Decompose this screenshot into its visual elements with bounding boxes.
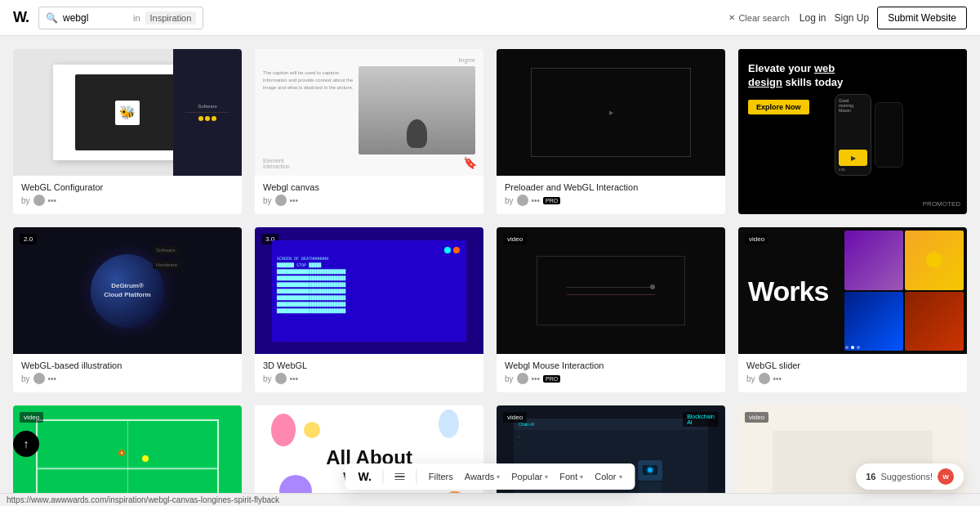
url-text: https://www.awwwards.com/inspiration/web… (7, 495, 279, 504)
submit-website-button[interactable]: Submit Website (877, 7, 967, 29)
search-bar: 🔍 in Inspiration (38, 7, 203, 29)
card-title: WebGL-based illustration (21, 360, 234, 370)
card-title: Webgl Mouse Interaction (505, 360, 717, 370)
font-filter-button[interactable]: Font ▾ (559, 472, 583, 481)
scroll-to-top-button[interactable]: ↑ (13, 431, 39, 457)
avatar (517, 195, 528, 206)
card-thumbnail: ▶ (497, 49, 725, 176)
list-item[interactable]: video Works (738, 227, 967, 392)
card-info: 3D WebGL by ••• (255, 354, 483, 392)
suggestions-badge[interactable]: 16 Suggestions! W (856, 463, 964, 490)
card-title: WebGL Configurator (21, 182, 234, 192)
card-grid: 🐝 Software WebGL Configurator by (13, 49, 967, 506)
list-item[interactable]: 3.0 SCREEN OF DEATHHHHHHH███████ STOP ██… (255, 227, 483, 392)
logo: W. (13, 9, 29, 26)
card-title: Webgl canvas (263, 182, 475, 192)
search-icon: 🔍 (46, 12, 58, 24)
card-title: 3D WebGL (263, 360, 475, 370)
list-item[interactable]: video Webgl Mouse Interaction by ••• (497, 227, 725, 392)
list-item[interactable]: GoodmorningMason ▶ 2 85 Elevate your web… (738, 49, 967, 214)
avatar (33, 195, 45, 206)
card-meta: by ••• PRO (505, 195, 717, 206)
card-info: Webgl canvas by ••• (255, 176, 483, 214)
pro-badge: PRO (543, 197, 560, 204)
pro-badge: PRO (543, 375, 560, 383)
suggestions-label: Suggestions! (880, 472, 933, 481)
search-in-label: in (133, 13, 140, 23)
header-right: Log in Sign Up Submit Website (800, 7, 967, 29)
awards-filter-button[interactable]: Awards ▾ (465, 472, 500, 481)
chevron-down-icon: ▾ (497, 473, 500, 481)
card-thumbnail: All AboutWeb3 (255, 405, 483, 506)
video-badge: video (745, 234, 768, 244)
video-badge: video (20, 412, 43, 423)
list-item[interactable]: video WebGL Tennis Game by (13, 405, 242, 506)
list-item[interactable]: 2.0 DeGirum®Cloud Platform Software Hard… (13, 227, 242, 392)
suggestions-avatar: W (938, 468, 954, 485)
card-info: WebGL-based illustration by ••• (13, 354, 242, 392)
card-thumbnail: 3.0 SCREEN OF DEATHHHHHHH███████ STOP ██… (255, 227, 483, 354)
card-meta: by ••• (21, 373, 234, 384)
toolbar-logo: W. (358, 470, 371, 483)
suggestions-count: 16 (866, 472, 875, 481)
header: W. 🔍 in Inspiration ✕ Clear search Log i… (0, 0, 980, 36)
video-badge: video (745, 412, 768, 423)
card-thumbnail: video (738, 405, 967, 506)
card-title: WebGL slider (746, 360, 959, 370)
card-title: Preloader and WebGL Interaction (505, 182, 717, 192)
awards-label: Awards (465, 472, 494, 481)
video-badge: video (503, 234, 527, 244)
card-meta: by ••• (263, 195, 475, 206)
list-item[interactable]: video WebGL Gallery by ••• PRO (738, 405, 967, 506)
list-item[interactable]: 🐝 Software WebGL Configurator by (13, 49, 242, 214)
avatar (33, 373, 45, 384)
chevron-down-icon: ▾ (545, 473, 548, 481)
card-info: WebGL slider by ••• (738, 354, 967, 392)
close-icon: ✕ (728, 13, 735, 22)
popular-label: Popular (511, 472, 542, 481)
color-filter-button[interactable]: Color ▾ (595, 472, 621, 481)
card-info: Preloader and WebGL Interaction by ••• P… (497, 176, 725, 214)
card-info: WebGL Configurator by ••• (13, 176, 242, 214)
clear-search-button[interactable]: ✕ Clear search (728, 13, 789, 23)
font-label: Font (559, 472, 577, 481)
arrow-up-icon: ↑ (24, 437, 29, 450)
card-thumbnail: video Works (738, 227, 967, 354)
card-thumbnail: lingme The caption will be used to captu… (255, 49, 483, 176)
card-info: Webgl Mouse Interaction by ••• PRO (497, 354, 725, 392)
bookmark-icon[interactable]: 🔖 (463, 156, 477, 169)
card-thumbnail: GoodmorningMason ▶ 2 85 Elevate your web… (738, 49, 967, 176)
chevron-down-icon: ▾ (580, 473, 583, 481)
bottom-toolbar: W. Filters Awards ▾ Popular ▾ Font ▾ Col… (345, 463, 635, 490)
login-button[interactable]: Log in (800, 12, 826, 24)
video-badge: video (503, 412, 527, 423)
url-bar: https://www.awwwards.com/inspiration/web… (0, 493, 980, 506)
list-item[interactable]: lingme The caption will be used to captu… (255, 49, 483, 214)
avatar (275, 373, 287, 384)
card-thumbnail: video Chain AI ... ... (497, 405, 725, 506)
hamburger-icon[interactable] (395, 473, 405, 481)
chevron-down-icon: ▾ (619, 473, 622, 481)
color-label: Color (595, 472, 616, 481)
explore-now-button[interactable]: Explore Now (748, 100, 809, 114)
card-thumbnail: 🐝 Software (13, 49, 242, 176)
popular-filter-button[interactable]: Popular ▾ (511, 472, 548, 481)
search-tag[interactable]: Inspiration (145, 11, 197, 25)
card-thumbnail: video (497, 227, 725, 354)
card-thumbnail: video (13, 405, 242, 506)
card-meta: by ••• (21, 195, 234, 206)
filters-label: Filters (429, 472, 453, 481)
promoted-label: PROMOTED (923, 200, 960, 208)
list-item[interactable]: video Chain AI ... ... (497, 405, 725, 506)
main-content: 🐝 Software WebGL Configurator by (0, 36, 980, 506)
avatar (517, 373, 528, 384)
avatar (759, 373, 770, 384)
card-meta: by ••• (746, 373, 959, 384)
clear-search-label: Clear search (738, 13, 789, 23)
avatar (275, 195, 287, 206)
list-item[interactable]: All AboutWeb3 WebGL Hero Image by ••• PR… (255, 405, 483, 506)
card-meta: by ••• PRO (505, 373, 717, 384)
signup-button[interactable]: Sign Up (834, 12, 869, 24)
list-item[interactable]: ▶ Preloader and WebGL Interaction by •••… (497, 49, 725, 214)
search-input[interactable] (63, 12, 128, 24)
